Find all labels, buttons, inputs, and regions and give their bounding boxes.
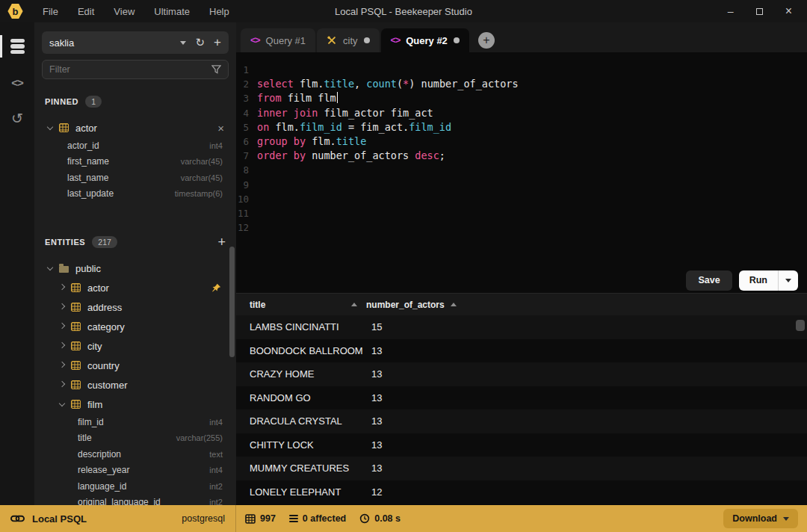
code-line: 12 <box>236 220 807 235</box>
menu-items: FileEditViewUltimateHelp <box>23 6 229 17</box>
sidebar-scrollbar[interactable] <box>229 247 235 357</box>
maximize-icon[interactable] <box>756 8 763 15</box>
code-icon: <> <box>11 76 23 89</box>
table-row[interactable]: CRAZY HOME13 <box>236 362 807 386</box>
sidebar: saklia ↻ + Filter PINNED 1 actor×actor_i… <box>34 22 236 505</box>
entity-table-category[interactable]: category <box>42 317 229 336</box>
menu-help[interactable]: Help <box>209 6 229 17</box>
entity-name: country <box>87 360 120 371</box>
line-number: 5 <box>236 120 257 134</box>
column-row: first_namevarchar(45) <box>42 154 229 170</box>
pinned-indicator <box>211 283 221 293</box>
column-row: language_idint2 <box>42 478 229 495</box>
chevron-right-icon <box>59 361 65 367</box>
cell-number-of-actors: 13 <box>366 439 382 451</box>
sql-editor[interactable]: 12select flm.title, count(*) number_of_a… <box>236 52 807 267</box>
close-icon[interactable]: × <box>785 7 792 16</box>
refresh-icon[interactable]: ↻ <box>195 36 205 49</box>
chevron-down-icon <box>785 279 791 282</box>
query-actions: Save Run <box>236 267 807 293</box>
menu-file[interactable]: File <box>43 6 58 17</box>
chevron-right-icon <box>59 341 65 347</box>
cell-number-of-actors: 13 <box>366 463 382 474</box>
save-button[interactable]: Save <box>686 270 732 291</box>
run-options-button[interactable] <box>779 270 798 291</box>
menu-ultimate[interactable]: Ultimate <box>154 6 190 17</box>
rail-queries-button[interactable]: <> <box>0 67 34 97</box>
tab-city[interactable]: city <box>317 28 380 52</box>
wrench-icon <box>327 35 337 46</box>
pinned-table-actor[interactable]: actor× <box>42 118 229 137</box>
clock-icon <box>359 513 370 524</box>
pin-icon <box>211 283 221 293</box>
entity-table-customer[interactable]: customer <box>42 375 229 395</box>
line-number: 9 <box>236 178 257 192</box>
table-icon <box>71 303 81 312</box>
new-tab-button[interactable]: + <box>478 32 495 49</box>
table-row[interactable]: DRACULA CRYSTAL13 <box>236 409 807 433</box>
column-type: varchar(45) <box>181 157 223 166</box>
code-line: 6group by flm.title <box>236 134 807 149</box>
column-type: int4 <box>209 418 223 427</box>
code-line: 10 <box>236 192 807 206</box>
grid-icon <box>245 514 256 524</box>
entity-table-country[interactable]: country <box>42 356 229 375</box>
unpin-icon[interactable]: × <box>217 122 224 134</box>
entity-table-film[interactable]: film <box>42 395 229 414</box>
column-header-title[interactable]: title <box>236 300 366 310</box>
column-name: first_name <box>67 156 181 167</box>
content-area: <> ↺ saklia ↻ + Filter PINNED 1 <box>0 22 807 505</box>
table-row[interactable]: LAMBS CINCINATTI15 <box>236 315 807 339</box>
run-label[interactable]: Run <box>739 270 778 291</box>
menu-edit[interactable]: Edit <box>78 6 94 17</box>
dialect-label: postgresql <box>182 513 225 524</box>
table-icon <box>71 283 81 292</box>
rail-history-button[interactable]: ↺ <box>0 103 34 133</box>
code-text: group by flm.title <box>257 134 366 149</box>
table-icon <box>71 322 81 331</box>
entity-name: address <box>87 302 122 313</box>
pinned-label: PINNED <box>45 97 78 106</box>
entity-table-actor[interactable]: actor <box>42 278 229 297</box>
table-row[interactable]: CHITTY LOCK13 <box>236 433 807 457</box>
menu-view[interactable]: View <box>114 6 134 17</box>
chevron-down-icon <box>47 123 53 129</box>
column-header-number-label: number_of_actors <box>366 300 445 310</box>
column-header-number-of-actors[interactable]: number_of_actors <box>366 300 457 310</box>
entity-filter-input[interactable]: Filter <box>42 60 229 79</box>
tab-query-2[interactable]: <>Query #2 <box>381 28 469 52</box>
history-icon: ↺ <box>11 110 23 126</box>
column-name: release_year <box>78 465 209 475</box>
tab-query-1[interactable]: <>Query #1 <box>241 28 315 52</box>
connection-dropdown[interactable]: saklia ↻ + <box>42 31 229 54</box>
line-number: 12 <box>236 220 257 235</box>
table-row[interactable]: MUMMY CREATURES13 <box>236 457 807 480</box>
table-icon <box>71 341 81 350</box>
entity-table-address[interactable]: address <box>42 297 229 317</box>
schema-public[interactable]: public <box>42 259 229 278</box>
column-type: int4 <box>209 141 223 150</box>
table-row[interactable]: LONELY ELEPHANT12 <box>236 480 807 504</box>
code-line: 1 <box>236 63 807 77</box>
affected-value: 0 affected <box>303 513 346 524</box>
cell-number-of-actors: 12 <box>366 486 382 498</box>
table-icon <box>59 123 69 132</box>
minimize-icon[interactable]: – <box>728 7 734 15</box>
unsaved-dot-icon <box>364 37 370 43</box>
column-name: last_update <box>67 188 175 199</box>
connection-status[interactable]: Local PSQL postgresql <box>0 505 236 532</box>
tab-label: city <box>343 35 358 46</box>
chevron-right-icon <box>59 303 65 309</box>
rail-tables-button[interactable] <box>0 31 34 61</box>
column-row: film_idint4 <box>42 414 229 430</box>
results-scrollbar[interactable] <box>796 320 805 331</box>
entity-table-city[interactable]: city <box>42 336 229 356</box>
table-row[interactable]: BOONDOCK BALLROOM13 <box>236 339 807 363</box>
column-row: release_yearint4 <box>42 463 229 479</box>
add-connection-icon[interactable]: + <box>214 37 221 48</box>
add-entity-icon[interactable]: + <box>217 237 226 247</box>
entities-section-header: ENTITIES 217 + <box>45 236 226 248</box>
download-button[interactable]: Download <box>723 509 798 528</box>
table-row[interactable]: RANDOM GO13 <box>236 386 807 410</box>
run-button[interactable]: Run <box>739 270 798 291</box>
